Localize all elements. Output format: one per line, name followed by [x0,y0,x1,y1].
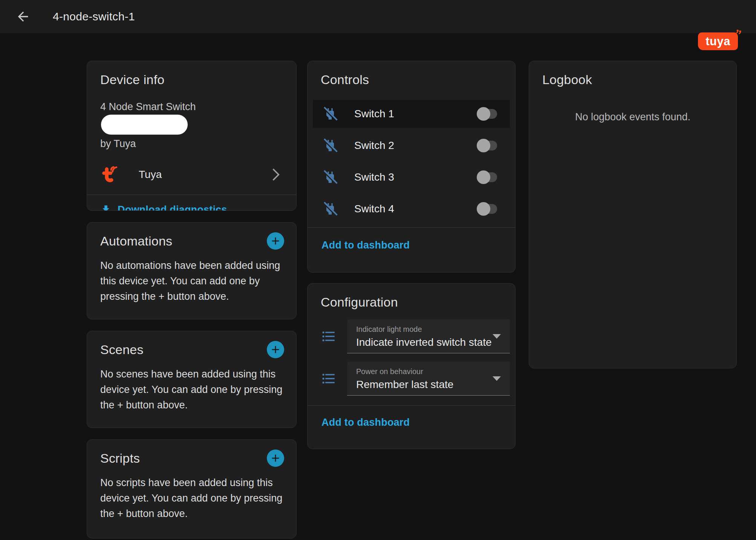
config-row-indicator-light: Indicator light mode Indicate inverted s… [321,319,510,353]
automations-empty-text: No automations have been added using thi… [87,258,296,304]
toggle-thumb [477,202,490,216]
tuya-logo-text: tuya [705,35,730,48]
dropdown-caret-icon [493,334,501,339]
switch-list: Switch 1 Switch 2 Switch 3 [308,100,515,223]
plus-icon [269,344,282,356]
configuration-add-to-dashboard-link[interactable]: Add to dashboard [321,417,410,428]
scripts-card: Scripts No scripts have been added using… [87,439,297,538]
automations-title: Automations [100,234,172,249]
scenes-empty-text: No scenes have been added using this dev… [87,367,296,413]
switch-row-4[interactable]: Switch 4 [313,195,510,223]
automations-header: Automations [87,222,296,250]
tuya-logo: tuya ” [698,32,738,50]
column-right: Logbook No logbook events found. [529,61,737,368]
device-model: 4 Node Smart Switch [100,101,196,112]
top-app-bar: 4-node-switch-1 [0,0,756,33]
logbook-card: Logbook No logbook events found. [529,61,737,368]
logbook-title: Logbook [529,61,736,87]
integration-name: Tuya [139,169,162,181]
switch-toggle-3[interactable] [479,172,497,182]
plus-icon [269,452,282,464]
scenes-title: Scenes [100,342,144,357]
scripts-title: Scripts [100,451,140,466]
switch-row-1[interactable]: Switch 1 [313,100,510,128]
format-list-bulleted-icon [321,328,337,344]
switch-label: Switch 3 [354,171,394,183]
power-plug-off-icon [323,170,338,185]
configuration-title: Configuration [308,284,515,310]
power-plug-off-icon [323,201,338,216]
dropdown-caret-icon [493,376,501,381]
indicator-light-mode-select[interactable]: Indicator light mode Indicate inverted s… [347,319,510,353]
page-title: 4-node-switch-1 [53,10,135,23]
switch-label: Switch 4 [354,203,394,215]
select-label: Indicator light mode [356,325,501,334]
controls-card: Controls Switch 1 Switch 2 [307,61,516,273]
controls-add-to-dashboard-link[interactable]: Add to dashboard [321,239,410,251]
switch-row-2[interactable]: Switch 2 [313,132,510,160]
device-manufacturer: by Tuya [100,138,136,149]
switch-toggle-4[interactable] [479,204,497,214]
plus-icon [269,235,282,247]
select-label: Power on behaviour [356,367,501,376]
device-info-title: Device info [87,61,296,87]
download-icon [100,204,112,211]
toggle-thumb [477,170,490,184]
scripts-header: Scripts [87,440,296,467]
controls-footer: Add to dashboard [308,228,515,262]
automations-card: Automations No automations have been add… [87,222,297,319]
logbook-empty-text: No logbook events found. [529,111,736,123]
chevron-right-icon [272,168,280,181]
format-list-bulleted-icon [321,371,337,387]
switch-row-3[interactable]: Switch 3 [313,163,510,191]
configuration-footer: Add to dashboard [308,406,515,439]
power-plug-off-icon [323,138,338,153]
device-info-footer: Download diagnostics [87,195,296,211]
column-left: Device info 4 Node Smart Switch by Tuya … [87,61,297,538]
integration-row-tuya[interactable]: Tuya [95,162,289,187]
toggle-thumb [477,107,490,121]
scenes-header: Scenes [87,331,296,358]
select-value: Remember last state [356,379,501,391]
add-automation-button[interactable] [267,232,284,250]
switch-toggle-1[interactable] [479,109,497,119]
add-scene-button[interactable] [267,341,284,358]
controls-title: Controls [308,61,515,87]
arrow-left-icon [15,9,31,24]
switch-label: Switch 2 [354,140,394,152]
scenes-card: Scenes No scenes have been added using t… [87,331,297,428]
back-button[interactable] [14,8,32,25]
add-script-button[interactable] [267,449,284,467]
power-on-behaviour-select[interactable]: Power on behaviour Remember last state [347,362,510,396]
scripts-empty-text: No scripts have been added using this de… [87,475,296,522]
redacted-text-blob [101,115,188,135]
device-info-card: Device info 4 Node Smart Switch by Tuya … [87,61,297,211]
download-diagnostics-link[interactable]: Download diagnostics [118,204,227,211]
column-middle: Controls Switch 1 Switch 2 [307,61,516,449]
power-plug-off-icon [323,106,338,121]
config-row-power-on-behaviour: Power on behaviour Remember last state [321,362,510,396]
configuration-card: Configuration Indicator light mode Indic… [307,283,516,449]
tuya-t-icon [100,164,118,185]
select-value: Indicate inverted switch state [356,336,501,348]
device-description: 4 Node Smart Switch by Tuya [87,98,296,152]
toggle-thumb [477,139,490,152]
switch-toggle-2[interactable] [479,141,497,150]
switch-label: Switch 1 [354,108,394,120]
